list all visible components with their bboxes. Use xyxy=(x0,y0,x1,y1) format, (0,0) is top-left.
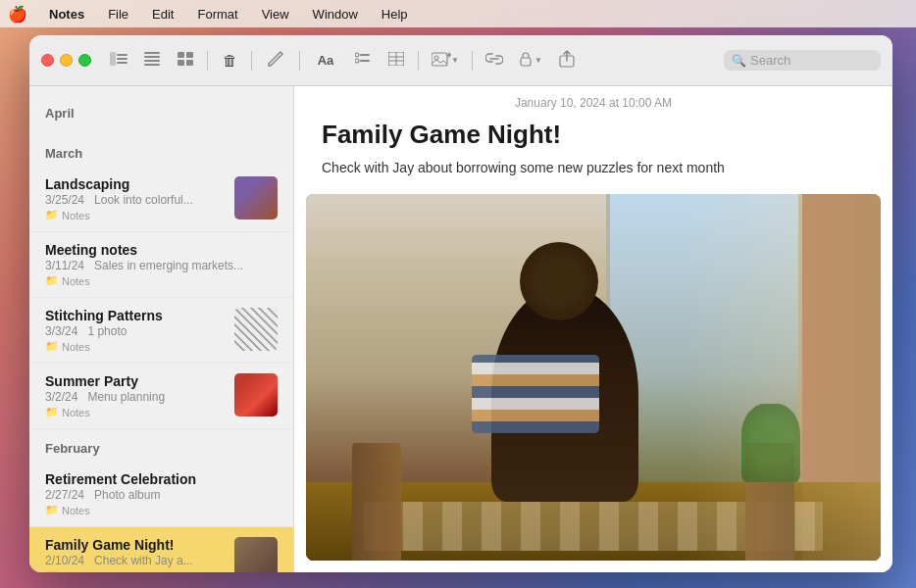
link-icon xyxy=(485,52,503,70)
menu-format[interactable]: Format xyxy=(191,5,243,24)
table-icon xyxy=(388,52,404,70)
note-meta: 3/2/24 Menu planning xyxy=(45,390,227,404)
sidebar-toggle-icon xyxy=(110,52,127,70)
note-thumbnail xyxy=(234,176,278,220)
note-info: Retirement Celebration 2/27/24 Photo alb… xyxy=(45,471,278,516)
section-header-march: March xyxy=(29,134,293,167)
note-title: Retirement Celebration xyxy=(45,471,278,487)
list-item[interactable]: Summer Party 3/2/24 Menu planning 📁 Note… xyxy=(29,364,293,429)
menu-window[interactable]: Window xyxy=(307,5,364,24)
svg-point-14 xyxy=(355,59,359,63)
note-folder: 📁 Notes xyxy=(45,504,278,516)
trash-icon: 🗑 xyxy=(223,52,237,69)
list-item[interactable]: Meeting notes 3/11/24 Sales in emerging … xyxy=(29,232,293,298)
menu-view[interactable]: View xyxy=(256,5,295,24)
note-meta: 3/3/24 1 photo xyxy=(45,324,227,338)
note-thumbnail xyxy=(234,308,278,351)
note-info: Landscaping 3/25/24 Look into colorful..… xyxy=(45,176,227,221)
note-info: Family Game Night! 2/10/24 Check with Ja… xyxy=(45,537,227,572)
section-april: April xyxy=(29,86,293,134)
folder-icon: 📁 xyxy=(45,569,59,572)
compose-button[interactable] xyxy=(260,47,291,74)
note-image-container xyxy=(306,194,881,561)
svg-rect-6 xyxy=(144,60,160,62)
note-info: Meeting notes 3/11/24 Sales in emerging … xyxy=(45,242,278,287)
menubar: 🍎 Notes File Edit Format View Window Hel… xyxy=(0,0,916,27)
note-meta: 3/25/24 Look into colorful... xyxy=(45,193,227,207)
folder-icon: 📁 xyxy=(45,209,59,221)
share-button[interactable] xyxy=(553,47,581,74)
svg-rect-7 xyxy=(144,64,160,66)
search-input[interactable] xyxy=(750,53,868,68)
menu-notes[interactable]: Notes xyxy=(43,5,90,24)
note-title: Landscaping xyxy=(45,176,227,192)
note-title: Family Game Night! xyxy=(45,537,227,553)
note-title: Stitching Patterns xyxy=(45,308,227,323)
toolbar: 🗑 Aa xyxy=(29,35,892,86)
svg-rect-3 xyxy=(117,62,127,64)
note-info: Summer Party 3/2/24 Menu planning 📁 Note… xyxy=(45,373,227,418)
svg-rect-9 xyxy=(186,52,193,58)
svg-rect-20 xyxy=(432,53,447,66)
table-button[interactable] xyxy=(382,47,410,74)
menu-edit[interactable]: Edit xyxy=(146,5,179,24)
note-folder: 📁 Notes xyxy=(45,406,227,418)
svg-rect-5 xyxy=(144,56,160,58)
note-folder: 📁 Notes xyxy=(45,569,227,572)
svg-rect-13 xyxy=(360,54,370,56)
lock-icon xyxy=(519,51,533,70)
search-box[interactable]: 🔍 xyxy=(724,50,881,71)
section-february: February Retirement Celebration 2/27/24 … xyxy=(29,429,293,572)
gallery-toggle-button[interactable] xyxy=(172,47,199,74)
list-item[interactable]: Retirement Celebration 2/27/24 Photo alb… xyxy=(29,462,293,527)
svg-rect-11 xyxy=(186,60,193,66)
note-meta: 2/27/24 Photo album xyxy=(45,488,278,502)
menu-file[interactable]: File xyxy=(102,5,134,24)
note-image xyxy=(306,194,881,561)
note-main-title[interactable]: Family Game Night! xyxy=(322,120,865,150)
svg-rect-23 xyxy=(521,58,531,66)
list-item[interactable]: Family Game Night! 2/10/24 Check with Ja… xyxy=(29,527,293,572)
checklist-icon xyxy=(355,52,371,70)
close-button[interactable] xyxy=(41,54,54,67)
folder-icon: 📁 xyxy=(45,274,59,287)
notes-list-button[interactable] xyxy=(138,47,166,74)
svg-rect-0 xyxy=(110,52,116,66)
separator-5 xyxy=(472,51,473,71)
minimize-button[interactable] xyxy=(60,54,73,67)
note-info: Stitching Patterns 3/3/24 1 photo 📁 Note… xyxy=(45,308,227,353)
text-format-icon: Aa xyxy=(318,53,334,68)
notes-window: 🗑 Aa xyxy=(29,35,892,572)
list-item[interactable]: Stitching Patterns 3/3/24 1 photo 📁 Note… xyxy=(29,298,293,364)
section-march: March Landscaping 3/25/24 Look into colo… xyxy=(29,134,293,429)
note-meta: 3/11/24 Sales in emerging markets... xyxy=(45,259,278,272)
chair-left xyxy=(352,443,401,561)
list-item[interactable]: Landscaping 3/25/24 Look into colorful..… xyxy=(29,167,293,232)
note-meta: 2/10/24 Check with Jay a... xyxy=(45,554,227,567)
text-format-button[interactable]: Aa xyxy=(308,47,343,74)
lock-button[interactable]: ▼ xyxy=(514,48,547,73)
section-header-april: April xyxy=(29,94,293,126)
svg-rect-1 xyxy=(117,54,127,56)
chevron-down-icon: ▼ xyxy=(451,56,459,65)
note-folder: 📁 Notes xyxy=(45,209,227,221)
delete-button[interactable]: 🗑 xyxy=(216,47,243,74)
note-body-text[interactable]: Check with Jay about borrowing some new … xyxy=(322,158,865,178)
gallery-icon xyxy=(178,52,193,70)
link-button[interactable] xyxy=(481,47,508,74)
svg-rect-15 xyxy=(360,60,370,62)
sidebar-toggle-button[interactable] xyxy=(105,47,132,74)
note-view: January 10, 2024 at 10:00 AM Family Game… xyxy=(294,86,892,572)
maximize-button[interactable] xyxy=(78,54,91,67)
folder-icon: 📁 xyxy=(45,406,59,418)
media-button[interactable]: ▼ xyxy=(427,47,464,74)
menu-help[interactable]: Help xyxy=(376,5,414,24)
note-content-area: Family Game Night! Check with Jay about … xyxy=(294,120,892,194)
window-light xyxy=(685,194,881,561)
svg-rect-2 xyxy=(117,58,127,60)
folder-icon: 📁 xyxy=(45,340,59,353)
separator-1 xyxy=(207,51,208,71)
checklist-button[interactable] xyxy=(349,47,377,74)
apple-menu[interactable]: 🍎 xyxy=(8,5,27,24)
media-icon xyxy=(432,51,451,71)
